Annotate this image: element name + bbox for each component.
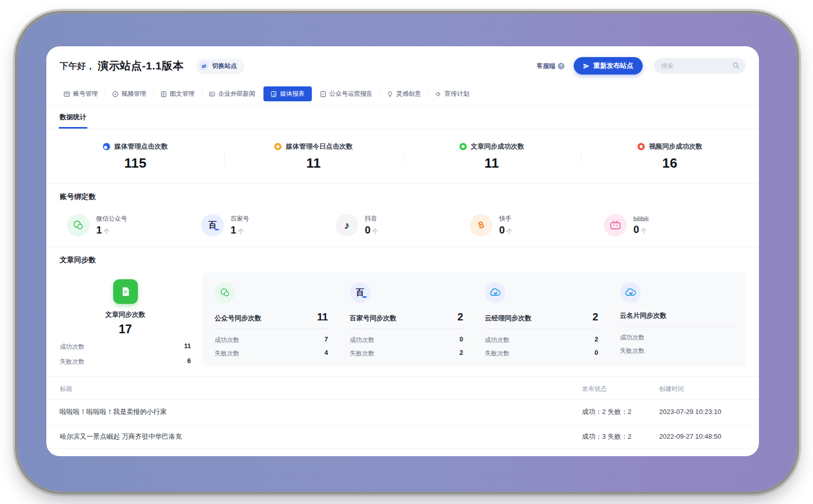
fail-label: 失败次数 [620,347,645,355]
article-sync-summary: 文章同步次数 17 成功次数11 失败次数6 [60,272,191,366]
support-link[interactable]: 客服端 ? [537,62,564,70]
tab-article-manage[interactable]: 图文管理 [153,86,202,101]
search-icon[interactable] [732,62,740,69]
orange-ring-icon [274,143,281,150]
account-binding-section: 账号绑定数 微信公众号 1个 百 百家号 1个 ♪ [46,184,759,247]
blue-dot-icon [103,143,110,150]
table-header: 标题 发布状态 创建时间 [46,379,759,400]
tab-label: 灵感创意 [396,89,421,98]
card-value: 2 [457,311,463,323]
promo-icon [435,91,441,97]
row-title: 哈尔滨又一景点崛起 万商齐驻中华巴洛克 [60,432,582,441]
account-item-wechat: 微信公众号 1个 [67,214,201,237]
switch-site-button[interactable]: ⇄ 切换站点 [196,59,244,73]
tab-enterprise-news[interactable]: 企业外部新闻 [202,86,262,101]
wechat-icon [215,282,235,303]
card-value: 2 [592,311,598,323]
tab-label: 视频管理 [121,89,146,98]
row-title: 啦啦啦！啦啦啦！我是卖报的小行家 [60,407,582,417]
article-manage-icon [161,91,167,97]
cloud-icon [620,282,641,303]
row-created: 2022-09-27 10:48:50 [659,433,746,440]
table-row[interactable]: 啦啦啦！啦啦啦！我是卖报的小行家 成功：2 失败：2 2023-07-29 10… [46,400,759,424]
col-title: 标题 [60,385,582,393]
stats-row: 媒体管理点击次数 115 媒体管理今日点击次数 11 文章同步成功次数 11 视… [46,129,759,184]
success-value: 7 [325,336,328,345]
search-box [654,58,746,74]
red-ring-icon [638,143,645,150]
tab-bar: 账号管理 视频管理 图文管理 企业外部新闻 媒体报表 公众号运营报告 灵感创意 [46,85,759,105]
baijiahao-icon: 百 [201,214,224,237]
card-value: 11 [317,311,328,323]
header: 下午好， 演示站点-1.1版本 ⇄ 切换站点 客服端 ? 重新发布站点 [46,46,759,85]
tab-official-account-report[interactable]: 公众号运营报告 [313,86,380,101]
summary-label: 文章同步次数 [105,310,146,319]
wechat-icon [67,214,90,237]
row-created: 2023-07-29 10:23:10 [659,408,746,416]
platform-count: 0 [499,224,505,236]
help-icon: ? [558,63,564,69]
fail-value: 4 [325,349,328,358]
row-status: 成功：2 失败：2 [582,407,659,417]
stat-value: 115 [124,155,146,171]
tab-label: 账号管理 [73,89,98,98]
swap-icon: ⇄ [199,61,208,70]
stat-video-sync-success: 视频同步成功次数 16 [581,142,759,171]
tab-label: 媒体报表 [280,89,305,98]
platform-label: 百家号 [231,214,249,223]
success-value: 0 [459,336,463,345]
unit-label: 个 [103,228,110,235]
card-label: 公众号同步次数 [215,314,261,323]
sync-cards-panel: 公众号同步次数11 成功次数7 失败次数4 百 百家号同步次数2 成功次数0 失… [202,272,746,366]
stat-media-clicks: 媒体管理点击次数 115 [46,142,224,171]
unit-label: 个 [238,228,244,235]
platform-count: 0 [365,224,370,236]
tab-account-manage[interactable]: 账号管理 [57,86,105,101]
stat-value: 11 [306,155,321,171]
kuaishou-icon: 8 [470,214,492,237]
subtab-bar: 数据统计 [46,106,759,129]
subtab-data-statistics[interactable]: 数据统计 [60,106,86,129]
send-icon [583,63,590,69]
platform-label: 快手 [499,214,512,223]
tab-video-manage[interactable]: 视频管理 [105,86,153,101]
platform-count: 1 [96,224,102,236]
official-report-icon [320,91,326,97]
account-item-bilibili: bilibili 0个 [604,214,738,237]
unit-label: 个 [641,227,647,235]
section-title: 账号绑定数 [60,192,746,202]
platform-label: 抖音 [365,214,378,223]
video-icon [112,91,118,97]
tab-inspiration[interactable]: 灵感创意 [380,86,428,101]
table-row[interactable]: 哈尔滨又一景点崛起 万商齐驻中华巴洛克 成功：3 失败：2 2022-09-27… [46,424,759,449]
site-title: 演示站点-1.1版本 [98,59,184,73]
sync-card-wechat: 公众号同步次数11 成功次数7 失败次数4 [215,282,328,358]
idea-icon [387,91,393,97]
platform-label: 微信公众号 [96,214,127,223]
article-doc-icon [113,279,138,304]
sync-card-baijiahao: 百 百家号同步次数2 成功次数0 失败次数2 [350,282,464,358]
platform-label: bilibili [633,215,648,223]
subtab-label: 数据统计 [60,113,86,122]
tab-media-report[interactable]: 媒体报表 [263,86,312,101]
fail-value: 2 [459,349,463,358]
tab-label: 企业外部新闻 [218,89,255,98]
report-icon [271,91,277,97]
row-status: 成功：3 失败：2 [582,432,659,441]
green-ring-icon [459,143,467,150]
republish-label: 重新发布站点 [593,61,633,70]
success-label: 成功次数 [215,336,239,345]
account-item-douyin: ♪ 抖音 0个 [335,214,470,237]
greeting-text: 下午好， [60,60,95,72]
stat-label: 视频同步成功次数 [649,142,702,151]
card-label: 云经理同步次数 [485,314,532,323]
republish-site-button[interactable]: 重新发布站点 [574,57,643,75]
success-value: 2 [595,336,598,345]
card-label: 百家号同步次数 [350,314,397,323]
tab-label: 图文管理 [170,89,195,98]
baijiahao-icon: 百 [350,282,370,303]
fail-value: 0 [595,349,598,358]
bilibili-icon [604,214,627,237]
account-icon [64,91,70,97]
tab-promotion-plan[interactable]: 宣传计划 [428,86,476,101]
